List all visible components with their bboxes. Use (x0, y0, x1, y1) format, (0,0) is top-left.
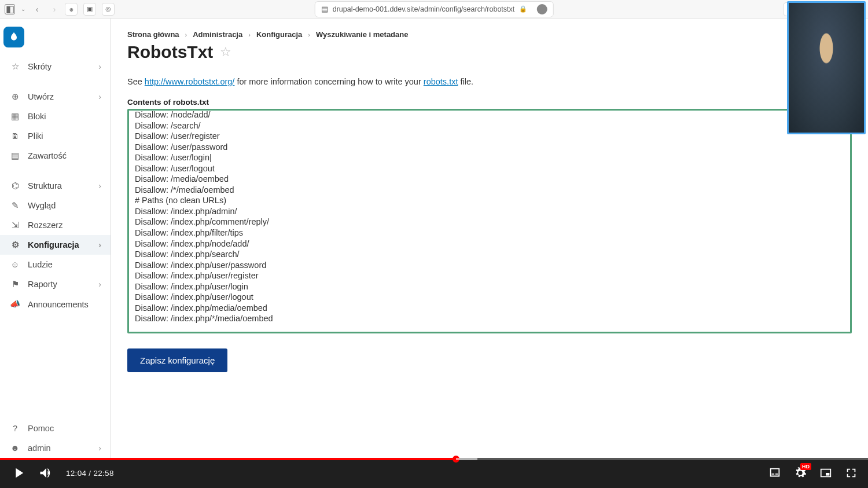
play-button[interactable] (10, 465, 27, 481)
sidebar-toggle-icon[interactable]: ◧ (5, 4, 15, 14)
page-title-row: RobotsTxt ☆ (127, 42, 852, 62)
help-prefix: See (127, 77, 145, 86)
help-text: See http://www.robotstxt.org/ for more i… (127, 77, 852, 86)
subtitles-icon (768, 467, 781, 479)
plus-icon: ⊕ (9, 92, 21, 101)
chevron-right-icon: › (98, 443, 101, 453)
config-icon: ⚙ (9, 240, 21, 249)
breadcrumb-link[interactable]: Wyszukiwanie i metadane (316, 30, 408, 39)
url-text: drupal-demo-001.ddev.site/admin/config/s… (333, 5, 515, 13)
player-time: 12:04 / 22:58 (66, 469, 114, 478)
sidebar-item-label: Ludzie (28, 260, 53, 269)
drupal-icon (8, 31, 20, 43)
chevron-right-icon: › (98, 280, 101, 289)
chevron-right-icon: › (98, 62, 101, 71)
sidebar-item-ludzie[interactable]: ☺ Ludzie (0, 255, 111, 274)
sidebar-item-admin[interactable]: ☻ admin › (0, 438, 111, 458)
admin-sidebar: ☆ Skróty › ⊕ Utwórz › ▦ Bloki 🗎 Pliki ▤ … (0, 19, 111, 458)
miniplayer-button[interactable] (819, 467, 832, 479)
duration: 22:58 (93, 469, 113, 478)
url-bar[interactable]: ▤ drupal-demo-001.ddev.site/admin/config… (315, 1, 554, 17)
sidebar-item-label: Wygląd (28, 201, 56, 210)
chevron-right-icon: › (185, 31, 187, 38)
chevron-right-icon: › (98, 181, 101, 190)
play-icon (10, 465, 27, 481)
breadcrumb-link[interactable]: Konfiguracja (256, 30, 302, 39)
help-link-robotstxt-org[interactable]: http://www.robotstxt.org/ (145, 77, 235, 86)
sidebar-item-zawartosc[interactable]: ▤ Zawartość (0, 146, 111, 166)
sidebar-item-struktura[interactable]: ⌬ Struktura › (0, 176, 111, 196)
files-icon: 🗎 (9, 131, 21, 141)
sidebar-item-label: Pomoc (28, 424, 54, 433)
user-icon: ☻ (9, 443, 21, 453)
nav-back-icon[interactable]: ‹ (31, 3, 43, 15)
help-link-robots-file[interactable]: robots.txt (424, 77, 458, 86)
browser-tab-icon-1[interactable]: ⎈ (65, 3, 78, 16)
fullscreen-button[interactable] (845, 467, 858, 479)
field-label-contents: Contents of robots.txt (127, 98, 852, 107)
save-configuration-button[interactable]: Zapisz konfigurację (127, 348, 227, 372)
nav-forward-icon: › (49, 3, 60, 15)
webcam-video (789, 3, 864, 133)
appearance-icon: ✎ (9, 201, 21, 210)
sidebar-item-skroty[interactable]: ☆ Skróty › (0, 57, 111, 76)
chrome-tab-icons: ⎈ ▣ ◎ (65, 3, 115, 16)
browser-chrome: ◧ ⌄ ‹ › ⎈ ▣ ◎ ▤ drupal-demo-001.ddev.sit… (0, 0, 868, 19)
help-icon: ? (9, 424, 21, 433)
webcam-overlay (787, 1, 866, 134)
progress-buffered (456, 458, 478, 460)
breadcrumb-link[interactable]: Administracja (193, 30, 242, 39)
sidebar-item-label: Konfiguracja (28, 240, 79, 249)
miniplayer-icon (819, 467, 832, 479)
sidebar-item-utworz[interactable]: ⊕ Utwórz › (0, 87, 111, 107)
main-content: Strona główna › Administracja › Konfigur… (111, 19, 868, 458)
sidebar-item-bloki[interactable]: ▦ Bloki (0, 107, 111, 126)
sidebar-item-konfiguracja[interactable]: ⚙ Konfiguracja › (0, 235, 111, 255)
lock-icon: 🔒 (519, 5, 527, 13)
svg-rect-0 (826, 473, 829, 476)
browser-tab-icon-3[interactable]: ◎ (102, 3, 115, 16)
progress-played (0, 458, 456, 460)
breadcrumb-link[interactable]: Strona główna (127, 30, 179, 39)
reports-icon: ⚑ (9, 280, 21, 289)
blocks-icon: ▦ (9, 112, 21, 121)
breadcrumb: Strona główna › Administracja › Konfigur… (127, 30, 852, 39)
sidebar-item-label: Announcements (28, 300, 89, 309)
chevron-right-icon: › (308, 31, 310, 38)
progress-track[interactable] (0, 458, 868, 460)
chevron-right-icon: › (98, 92, 101, 101)
settings-button[interactable]: HD (794, 467, 807, 479)
content-icon: ▤ (9, 151, 21, 160)
chrome-left-controls: ◧ ⌄ ‹ › (5, 3, 60, 15)
page-title: RobotsTxt (127, 42, 213, 62)
sidebar-menu: ☆ Skróty › ⊕ Utwórz › ▦ Bloki 🗎 Pliki ▤ … (0, 53, 111, 458)
hd-badge: HD (800, 463, 811, 470)
sidebar-item-pliki[interactable]: 🗎 Pliki (0, 126, 111, 146)
chevron-right-icon: › (248, 31, 251, 38)
people-icon: ☺ (9, 260, 21, 269)
drupal-logo[interactable] (3, 27, 24, 47)
robots-contents-textarea[interactable] (127, 109, 852, 333)
favorite-star-icon[interactable]: ☆ (220, 45, 231, 60)
announce-icon: 📣 (9, 299, 21, 309)
sidebar-item-rozszerz[interactable]: ⇲ Rozszerz (0, 215, 111, 235)
sidebar-item-announcements[interactable]: 📣 Announcements (0, 294, 111, 314)
sidebar-item-label: Rozszerz (28, 221, 62, 230)
extend-icon: ⇲ (9, 221, 21, 230)
fullscreen-icon (845, 467, 858, 479)
sidebar-item-wyglad[interactable]: ✎ Wygląd (0, 196, 111, 215)
sidebar-item-pomoc[interactable]: ? Pomoc (0, 419, 111, 438)
sidebar-item-label: admin (28, 443, 51, 453)
url-extension-icon[interactable] (536, 4, 547, 14)
browser-tab-icon-2[interactable]: ▣ (83, 3, 96, 16)
sidebar-item-raporty[interactable]: ⚑ Raporty › (0, 274, 111, 294)
chevron-right-icon: › (98, 240, 101, 249)
tab-dropdown-icon[interactable]: ⌄ (21, 6, 25, 12)
star-icon: ☆ (9, 62, 21, 71)
help-suffix: file. (458, 77, 473, 86)
reader-mode-icon: ▤ (321, 5, 328, 13)
current-time: 12:04 (66, 469, 86, 478)
subtitles-button[interactable] (768, 467, 781, 479)
volume-button[interactable] (38, 465, 54, 481)
sidebar-item-label: Raporty (28, 280, 57, 289)
